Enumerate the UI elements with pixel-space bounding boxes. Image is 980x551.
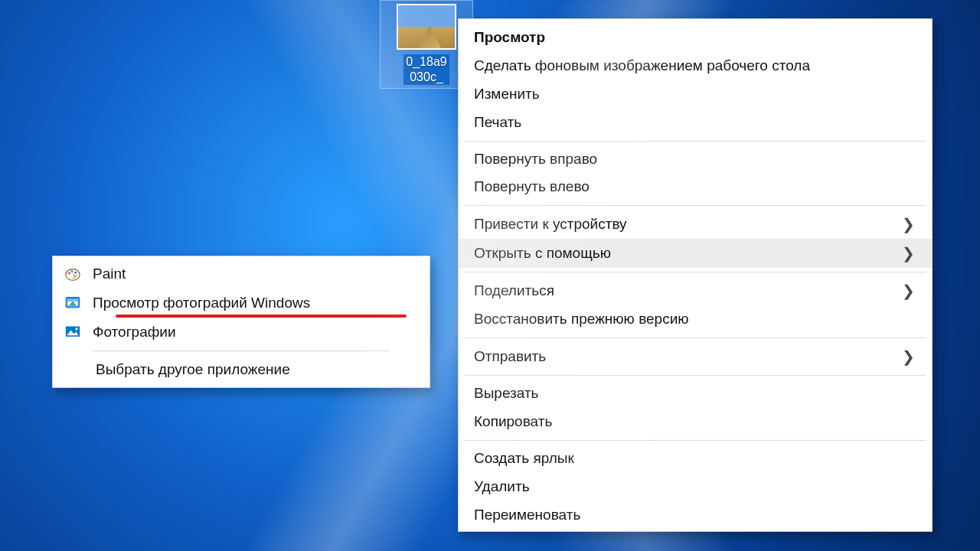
chevron-right-icon: ❯ — [902, 282, 915, 299]
context-menu-item-label: Сделать фоновым изображением рабочего ст… — [474, 58, 810, 74]
open-with-app-item[interactable]: Фотографии — [53, 318, 430, 347]
photos-app-icon — [64, 324, 82, 341]
desktop-background: 0_18a9 030c_ ПросмотрСделать фоновым изо… — [0, 0, 980, 551]
svg-point-3 — [74, 272, 77, 274]
open-with-choose-another-app[interactable]: Выбрать другое приложение — [53, 355, 430, 384]
context-menu-item-label: Повернуть влево — [474, 179, 590, 195]
context-menu-item[interactable]: Отправить❯ — [459, 342, 932, 371]
context-menu-item[interactable]: Изменить — [459, 80, 932, 109]
context-menu-item[interactable]: Создать ярлык — [459, 445, 932, 473]
context-menu-item[interactable]: Копировать — [459, 408, 932, 436]
context-menu-item-label: Вырезать — [474, 386, 539, 402]
chevron-right-icon: ❯ — [902, 216, 915, 233]
svg-point-1 — [68, 272, 70, 275]
open-with-app-label: Просмотр фотографий Windows — [93, 295, 414, 311]
context-menu-item[interactable]: Сделать фоновым изображением рабочего ст… — [459, 52, 932, 80]
svg-point-2 — [71, 270, 74, 272]
context-menu-item[interactable]: Привести к устройству❯ — [459, 210, 932, 239]
context-menu-separator — [465, 205, 926, 206]
context-menu-item[interactable]: Удалить — [459, 473, 932, 501]
context-menu-item[interactable]: Вырезать — [459, 380, 932, 408]
open-with-app-item[interactable]: Paint — [53, 259, 430, 289]
open-with-app-label: Paint — [93, 266, 414, 282]
context-menu-item-label: Переименовать — [474, 507, 580, 523]
context-menu-item-label: Повернуть вправо — [474, 152, 597, 168]
context-menu-item[interactable]: Открыть с помощью❯ — [459, 239, 932, 268]
context-menu-item-label: Поделиться — [474, 283, 554, 299]
context-menu-separator — [465, 440, 926, 441]
context-menu-separator — [465, 141, 926, 142]
context-menu-separator — [465, 272, 926, 272]
context-menu-item-label: Копировать — [474, 414, 552, 430]
context-menu-item[interactable]: Печать — [459, 109, 932, 137]
context-menu-item-label: Печать — [474, 115, 521, 131]
context-menu-item[interactable]: Восстановить прежнюю версию — [459, 305, 932, 334]
context-menu-item-label: Отправить — [474, 349, 546, 365]
paint-icon — [64, 266, 82, 282]
context-menu-item[interactable]: Просмотр — [459, 24, 932, 52]
chevron-right-icon: ❯ — [902, 348, 915, 365]
open-with-app-item[interactable]: Просмотр фотографий Windows — [53, 289, 430, 318]
chevron-right-icon: ❯ — [902, 245, 915, 262]
windows-photo-viewer-icon — [64, 295, 82, 311]
open-with-app-label: Фотографии — [93, 324, 414, 341]
context-menu-item-label: Просмотр — [474, 30, 545, 46]
context-menu-item[interactable]: Повернуть влево — [459, 173, 932, 201]
context-menu-item-label: Восстановить прежнюю версию — [474, 311, 689, 328]
context-menu-separator — [465, 337, 926, 338]
context-menu-item[interactable]: Поделиться❯ — [459, 276, 932, 305]
file-caption: 0_18a9 030c_ — [403, 54, 449, 85]
submenu-separator — [93, 350, 390, 351]
context-menu-item-label: Привести к устройству — [474, 217, 627, 233]
context-menu-item-label: Изменить — [474, 86, 540, 103]
context-menu-item-label: Создать ярлык — [474, 451, 574, 467]
context-menu-item-label: Удалить — [474, 479, 530, 495]
context-menu: ПросмотрСделать фоновым изображением раб… — [458, 18, 933, 532]
context-menu-separator — [465, 375, 926, 376]
context-menu-item-label: Открыть с помощью — [474, 246, 611, 262]
svg-point-4 — [75, 275, 77, 277]
open-with-submenu: PaintПросмотр фотографий WindowsФотограф… — [52, 256, 430, 388]
context-menu-item[interactable]: Повернуть вправо — [459, 145, 932, 174]
context-menu-item[interactable]: Переименовать — [459, 501, 932, 530]
open-with-choose-another-app-label: Выбрать другое приложение — [96, 361, 414, 378]
highlight-underline — [116, 315, 407, 318]
svg-point-11 — [75, 328, 77, 330]
image-thumbnail-icon — [397, 4, 456, 50]
